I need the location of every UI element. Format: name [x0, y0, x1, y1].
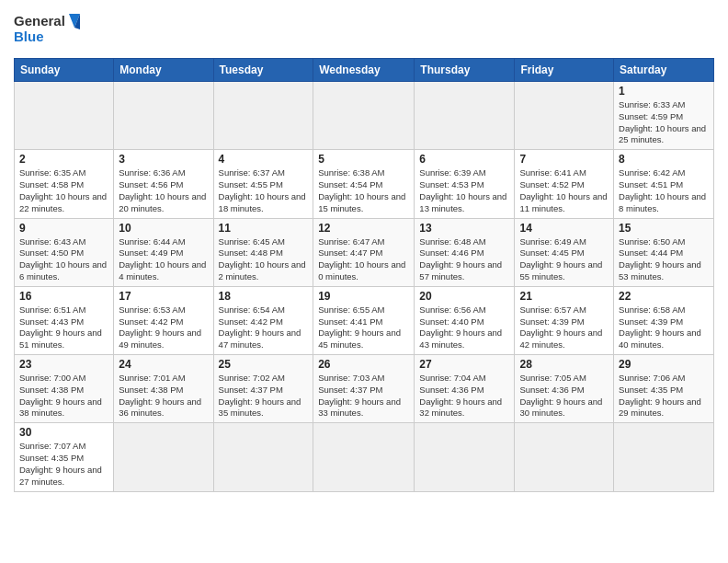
- weekday-header-saturday: Saturday: [614, 59, 714, 82]
- calendar-cell: 11Sunrise: 6:45 AM Sunset: 4:48 PM Dayli…: [213, 218, 313, 286]
- calendar: SundayMondayTuesdayWednesdayThursdayFrid…: [14, 58, 714, 492]
- weekday-header-friday: Friday: [515, 59, 614, 82]
- calendar-cell: 5Sunrise: 6:38 AM Sunset: 4:54 PM Daylig…: [313, 150, 415, 218]
- calendar-cell: [415, 423, 515, 491]
- day-number: 12: [318, 222, 409, 235]
- day-number: 13: [419, 222, 509, 235]
- day-info: Sunrise: 7:06 AM Sunset: 4:35 PM Dayligh…: [619, 373, 709, 419]
- day-number: 20: [419, 290, 509, 303]
- calendar-cell: 7Sunrise: 6:41 AM Sunset: 4:52 PM Daylig…: [515, 150, 614, 218]
- day-number: 27: [419, 358, 509, 371]
- week-row-3: 16Sunrise: 6:51 AM Sunset: 4:43 PM Dayli…: [15, 286, 714, 354]
- week-row-2: 9Sunrise: 6:43 AM Sunset: 4:50 PM Daylig…: [15, 218, 714, 286]
- calendar-cell: [213, 82, 313, 150]
- day-number: 15: [619, 222, 709, 235]
- calendar-cell: 10Sunrise: 6:44 AM Sunset: 4:49 PM Dayli…: [114, 218, 213, 286]
- day-info: Sunrise: 6:58 AM Sunset: 4:39 PM Dayligh…: [619, 304, 709, 351]
- day-info: Sunrise: 6:42 AM Sunset: 4:51 PM Dayligh…: [619, 167, 709, 214]
- calendar-cell: 28Sunrise: 7:05 AM Sunset: 4:36 PM Dayli…: [515, 355, 614, 423]
- day-info: Sunrise: 6:48 AM Sunset: 4:46 PM Dayligh…: [419, 236, 509, 283]
- calendar-cell: [313, 82, 415, 150]
- calendar-cell: 12Sunrise: 6:47 AM Sunset: 4:47 PM Dayli…: [313, 218, 415, 286]
- calendar-cell: 16Sunrise: 6:51 AM Sunset: 4:43 PM Dayli…: [15, 286, 114, 354]
- calendar-cell: 2Sunrise: 6:35 AM Sunset: 4:58 PM Daylig…: [15, 150, 114, 218]
- day-number: 30: [19, 426, 108, 439]
- day-info: Sunrise: 6:57 AM Sunset: 4:39 PM Dayligh…: [519, 304, 609, 351]
- header: GeneralBlue: [14, 9, 714, 51]
- day-number: 21: [519, 290, 609, 303]
- calendar-cell: [415, 82, 515, 150]
- day-number: 16: [19, 290, 108, 303]
- calendar-cell: [313, 423, 415, 491]
- day-info: Sunrise: 6:55 AM Sunset: 4:41 PM Dayligh…: [318, 304, 409, 351]
- calendar-cell: 18Sunrise: 6:54 AM Sunset: 4:42 PM Dayli…: [213, 286, 313, 354]
- calendar-cell: 30Sunrise: 7:07 AM Sunset: 4:35 PM Dayli…: [15, 423, 114, 491]
- week-row-0: 1Sunrise: 6:33 AM Sunset: 4:59 PM Daylig…: [15, 82, 714, 150]
- day-info: Sunrise: 6:47 AM Sunset: 4:47 PM Dayligh…: [318, 236, 409, 283]
- logo-svg: GeneralBlue: [14, 9, 87, 51]
- day-info: Sunrise: 6:35 AM Sunset: 4:58 PM Dayligh…: [19, 167, 108, 214]
- calendar-cell: [515, 82, 614, 150]
- calendar-cell: 22Sunrise: 6:58 AM Sunset: 4:39 PM Dayli…: [614, 286, 714, 354]
- calendar-cell: 14Sunrise: 6:49 AM Sunset: 4:45 PM Dayli…: [515, 218, 614, 286]
- day-info: Sunrise: 7:02 AM Sunset: 4:37 PM Dayligh…: [219, 373, 309, 419]
- day-number: 9: [19, 222, 108, 235]
- svg-text:General: General: [14, 13, 65, 29]
- day-info: Sunrise: 6:54 AM Sunset: 4:42 PM Dayligh…: [219, 304, 309, 351]
- calendar-cell: [15, 82, 114, 150]
- day-info: Sunrise: 6:33 AM Sunset: 4:59 PM Dayligh…: [619, 99, 709, 146]
- weekday-header-monday: Monday: [114, 59, 213, 82]
- calendar-cell: 17Sunrise: 6:53 AM Sunset: 4:42 PM Dayli…: [114, 286, 213, 354]
- calendar-cell: [515, 423, 614, 491]
- day-number: 22: [619, 290, 709, 303]
- day-number: 1: [619, 85, 709, 98]
- day-number: 10: [119, 222, 208, 235]
- calendar-cell: [614, 423, 714, 491]
- day-info: Sunrise: 7:07 AM Sunset: 4:35 PM Dayligh…: [19, 441, 108, 488]
- day-info: Sunrise: 6:43 AM Sunset: 4:50 PM Dayligh…: [19, 236, 108, 283]
- day-number: 4: [219, 153, 309, 166]
- calendar-cell: 25Sunrise: 7:02 AM Sunset: 4:37 PM Dayli…: [213, 355, 313, 423]
- calendar-cell: 4Sunrise: 6:37 AM Sunset: 4:55 PM Daylig…: [213, 150, 313, 218]
- calendar-cell: 6Sunrise: 6:39 AM Sunset: 4:53 PM Daylig…: [415, 150, 515, 218]
- day-info: Sunrise: 7:01 AM Sunset: 4:38 PM Dayligh…: [119, 373, 208, 419]
- day-info: Sunrise: 6:41 AM Sunset: 4:52 PM Dayligh…: [519, 167, 609, 214]
- day-number: 25: [219, 358, 309, 371]
- calendar-cell: 21Sunrise: 6:57 AM Sunset: 4:39 PM Dayli…: [515, 286, 614, 354]
- day-info: Sunrise: 6:44 AM Sunset: 4:49 PM Dayligh…: [119, 236, 208, 283]
- day-number: 7: [519, 153, 609, 166]
- calendar-cell: 3Sunrise: 6:36 AM Sunset: 4:56 PM Daylig…: [114, 150, 213, 218]
- day-number: 28: [519, 358, 609, 371]
- calendar-cell: 29Sunrise: 7:06 AM Sunset: 4:35 PM Dayli…: [614, 355, 714, 423]
- day-info: Sunrise: 6:45 AM Sunset: 4:48 PM Dayligh…: [219, 236, 309, 283]
- day-number: 8: [619, 153, 709, 166]
- weekday-header-tuesday: Tuesday: [213, 59, 313, 82]
- weekday-header-thursday: Thursday: [415, 59, 515, 82]
- calendar-cell: [114, 82, 213, 150]
- calendar-cell: [114, 423, 213, 491]
- calendar-cell: 13Sunrise: 6:48 AM Sunset: 4:46 PM Dayli…: [415, 218, 515, 286]
- calendar-cell: 15Sunrise: 6:50 AM Sunset: 4:44 PM Dayli…: [614, 218, 714, 286]
- day-number: 26: [318, 358, 409, 371]
- day-info: Sunrise: 7:05 AM Sunset: 4:36 PM Dayligh…: [519, 373, 609, 419]
- calendar-cell: 20Sunrise: 6:56 AM Sunset: 4:40 PM Dayli…: [415, 286, 515, 354]
- day-info: Sunrise: 6:36 AM Sunset: 4:56 PM Dayligh…: [119, 167, 208, 214]
- weekday-header-row: SundayMondayTuesdayWednesdayThursdayFrid…: [15, 59, 714, 82]
- day-info: Sunrise: 6:56 AM Sunset: 4:40 PM Dayligh…: [419, 304, 509, 351]
- day-number: 17: [119, 290, 208, 303]
- day-info: Sunrise: 6:39 AM Sunset: 4:53 PM Dayligh…: [419, 167, 509, 214]
- calendar-cell: 26Sunrise: 7:03 AM Sunset: 4:37 PM Dayli…: [313, 355, 415, 423]
- day-info: Sunrise: 6:50 AM Sunset: 4:44 PM Dayligh…: [619, 236, 709, 283]
- day-info: Sunrise: 6:38 AM Sunset: 4:54 PM Dayligh…: [318, 167, 409, 214]
- week-row-1: 2Sunrise: 6:35 AM Sunset: 4:58 PM Daylig…: [15, 150, 714, 218]
- day-number: 29: [619, 358, 709, 371]
- day-number: 6: [419, 153, 509, 166]
- day-number: 11: [219, 222, 309, 235]
- calendar-cell: 19Sunrise: 6:55 AM Sunset: 4:41 PM Dayli…: [313, 286, 415, 354]
- day-number: 23: [19, 358, 108, 371]
- calendar-cell: 1Sunrise: 6:33 AM Sunset: 4:59 PM Daylig…: [614, 82, 714, 150]
- day-info: Sunrise: 7:00 AM Sunset: 4:38 PM Dayligh…: [19, 373, 108, 419]
- calendar-cell: 24Sunrise: 7:01 AM Sunset: 4:38 PM Dayli…: [114, 355, 213, 423]
- day-info: Sunrise: 7:03 AM Sunset: 4:37 PM Dayligh…: [318, 373, 409, 419]
- day-info: Sunrise: 6:53 AM Sunset: 4:42 PM Dayligh…: [119, 304, 208, 351]
